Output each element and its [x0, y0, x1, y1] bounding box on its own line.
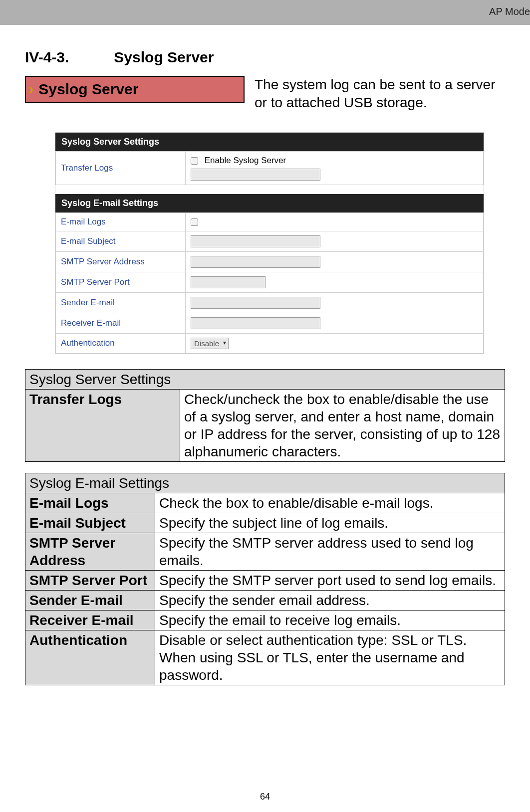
- section-heading: IV-4-3. Syslog Server: [25, 49, 505, 66]
- desc-key: SMTP Server Address: [25, 533, 155, 570]
- desc-table-email-header: Syslog E-mail Settings: [25, 473, 505, 493]
- desc-value: Specify the email to receive log emails.: [155, 610, 505, 630]
- desc-table-server: Syslog Server Settings Transfer Logs Che…: [25, 369, 505, 462]
- enable-syslog-checkbox[interactable]: [191, 157, 198, 165]
- table-row: SMTP Server AddressSpecify the SMTP serv…: [25, 533, 505, 570]
- intro-text: The system log can be sent to a server o…: [255, 76, 505, 112]
- table-row: SMTP Server PortSpecify the SMTP server …: [25, 570, 505, 590]
- table-row: E-mail LogsCheck the box to enable/disab…: [25, 493, 505, 513]
- section-title: Syslog Server: [114, 49, 214, 65]
- receiver-email-input[interactable]: [191, 317, 320, 329]
- sender-email-input[interactable]: [191, 297, 320, 309]
- desc-value: Specify the subject line of log emails.: [155, 513, 505, 533]
- email-subject-input[interactable]: [191, 235, 320, 247]
- table-row: E-mail SubjectSpecify the subject line o…: [25, 513, 505, 533]
- page-number: 64: [0, 792, 530, 802]
- email-logs-checkbox[interactable]: [191, 218, 198, 226]
- desc-value: Specify the sender email address.: [155, 590, 505, 610]
- smtp-address-input[interactable]: [191, 256, 320, 268]
- label-authentication: Authentication: [56, 333, 186, 353]
- desc-key: Transfer Logs: [25, 389, 180, 461]
- label-sender-email: Sender E-mail: [56, 292, 186, 313]
- desc-key: Authentication: [25, 630, 155, 685]
- label-smtp-port: SMTP Server Port: [56, 272, 186, 292]
- smtp-port-input[interactable]: [191, 276, 265, 288]
- label-transfer-logs: Transfer Logs: [56, 151, 186, 185]
- header-bar: AP Mode: [0, 0, 530, 25]
- desc-key: Receiver E-mail: [25, 610, 155, 630]
- desc-key: E-mail Logs: [25, 493, 155, 513]
- table-row: Transfer Logs Check/uncheck the box to e…: [25, 389, 505, 461]
- chevron-right-icon: ›: [29, 81, 33, 97]
- label-receiver-email: Receiver E-mail: [56, 313, 186, 333]
- desc-value: Check the box to enable/disable e-mail l…: [155, 493, 505, 513]
- desc-value: Specify the SMTP server port used to sen…: [155, 570, 505, 590]
- nav-badge: › Syslog Server: [25, 76, 245, 103]
- desc-table-server-header: Syslog Server Settings: [25, 369, 505, 389]
- panel-header-email: Syslog E-mail Settings: [55, 194, 484, 212]
- authentication-select[interactable]: Disable: [191, 338, 229, 349]
- desc-key: SMTP Server Port: [25, 570, 155, 590]
- desc-key: Sender E-mail: [25, 590, 155, 610]
- desc-value: Specify the SMTP server address used to …: [155, 533, 505, 570]
- enable-syslog-label: Enable Syslog Server: [205, 156, 286, 165]
- label-smtp-address: SMTP Server Address: [56, 251, 186, 272]
- nav-label: Syslog Server: [38, 81, 138, 98]
- section-number: IV-4-3.: [25, 49, 110, 66]
- desc-key: E-mail Subject: [25, 513, 155, 533]
- label-email-logs: E-mail Logs: [56, 212, 186, 231]
- desc-table-email: Syslog E-mail Settings E-mail LogsCheck …: [25, 473, 505, 685]
- desc-value: Disable or select authentication type: S…: [155, 630, 505, 685]
- table-row: AuthenticationDisable or select authenti…: [25, 630, 505, 685]
- ui-screenshot: Syslog Server Settings Transfer Logs Ena…: [55, 132, 484, 354]
- label-email-subject: E-mail Subject: [56, 231, 186, 251]
- panel-header-server: Syslog Server Settings: [55, 133, 484, 151]
- table-row: Sender E-mailSpecify the sender email ad…: [25, 590, 505, 610]
- header-mode: AP Mode: [489, 6, 530, 17]
- syslog-server-input[interactable]: [191, 169, 320, 181]
- table-row: Receiver E-mailSpecify the email to rece…: [25, 610, 505, 630]
- desc-value: Check/uncheck the box to enable/disable …: [180, 389, 505, 461]
